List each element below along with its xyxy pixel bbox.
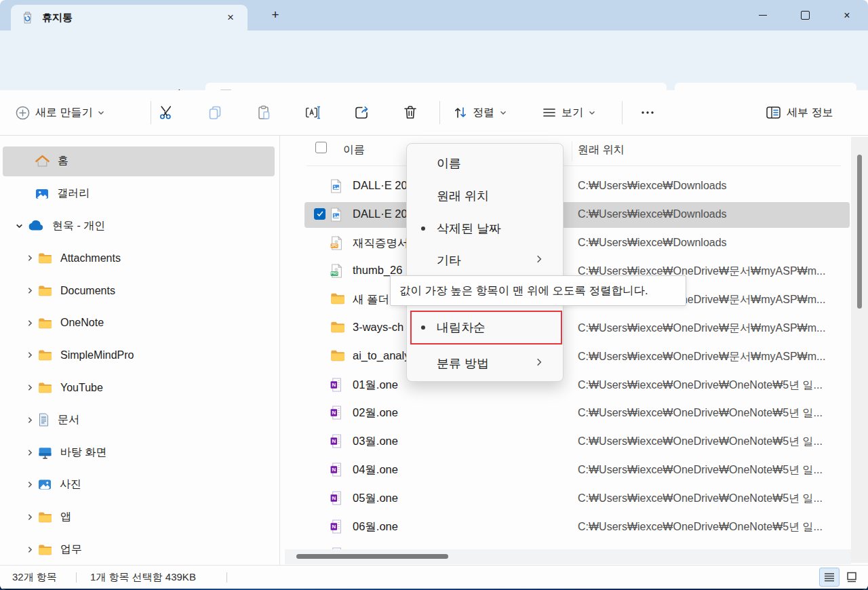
sidebar-item-apps[interactable]: 앱 bbox=[0, 501, 279, 534]
sidebar-item-onenote-folder[interactable]: OneNote bbox=[0, 307, 279, 339]
file-row[interactable]: JPG 재직증명서 C:₩Users₩iexce₩Downloads bbox=[281, 229, 868, 258]
menu-item-more[interactable]: 기타 bbox=[410, 245, 560, 275]
menu-item-name[interactable]: 이름 bbox=[410, 149, 560, 178]
sidebar-item-gallery[interactable]: 갤러리 bbox=[0, 178, 279, 210]
chevron-right-icon[interactable] bbox=[22, 545, 38, 554]
sidebar-item-documents[interactable]: Documents bbox=[0, 275, 279, 307]
icons-view-icon bbox=[846, 572, 857, 583]
select-all-checkbox[interactable] bbox=[315, 142, 327, 153]
onenote-file-icon: N bbox=[330, 463, 342, 477]
sidebar-item-label: 현욱 - 개인 bbox=[52, 219, 105, 233]
sort-icon bbox=[453, 105, 468, 120]
file-row[interactable]: ai_to_analy C:₩Users₩iexce₩OneDrive₩문서₩m… bbox=[281, 342, 868, 371]
new-button-label: 새로 만들기 bbox=[35, 106, 92, 120]
sidebar-item-pictures[interactable]: 사진 bbox=[0, 469, 279, 501]
delete-button[interactable] bbox=[397, 98, 424, 127]
file-path: C:₩Users₩iexce₩OneDrive₩OneNote₩5년 일... bbox=[578, 463, 823, 477]
folder-icon bbox=[38, 349, 52, 361]
share-button[interactable] bbox=[348, 98, 375, 127]
row-checkbox-checked[interactable] bbox=[314, 208, 326, 220]
maximize-icon bbox=[801, 11, 810, 20]
horizontal-scrollbar[interactable] bbox=[285, 549, 851, 564]
file-path: C:₩Users₩iexce₩OneDrive₩문서₩myASP₩m... bbox=[578, 321, 825, 336]
close-button[interactable]: × bbox=[826, 0, 868, 31]
column-separator[interactable] bbox=[572, 141, 572, 161]
chevron-down-icon bbox=[499, 109, 507, 117]
rename-button[interactable] bbox=[299, 98, 326, 127]
chevron-right-icon[interactable] bbox=[22, 416, 38, 425]
menu-item-date-deleted[interactable]: 삭제된 날짜 bbox=[410, 214, 560, 243]
details-pane-label: 세부 정보 bbox=[787, 106, 833, 120]
copy-button[interactable] bbox=[201, 98, 229, 127]
chevron-right-icon[interactable] bbox=[22, 351, 38, 359]
sidebar-item-youtube[interactable]: YouTube bbox=[0, 372, 279, 404]
chevron-right-icon[interactable] bbox=[22, 254, 38, 262]
more-options-button[interactable] bbox=[634, 98, 661, 127]
file-row[interactable]: N 01월.one C:₩Users₩iexce₩OneDrive₩OneNot… bbox=[281, 371, 868, 399]
file-row[interactable]: DALL·E 20 C:₩Users₩iexce₩Downloads bbox=[281, 172, 868, 201]
file-row[interactable]: N 03월.one C:₩Users₩iexce₩OneDrive₩OneNot… bbox=[281, 427, 868, 456]
file-row[interactable]: N 04월.one C:₩Users₩iexce₩OneDrive₩OneNot… bbox=[281, 456, 868, 484]
file-name: 3-ways-ch bbox=[353, 321, 403, 334]
chevron-right-icon[interactable] bbox=[22, 286, 38, 295]
status-bar: 32개 항목 1개 항목 선택함 439KB bbox=[0, 565, 868, 589]
svg-text:JPG: JPG bbox=[331, 244, 338, 248]
folder-icon bbox=[38, 511, 52, 523]
menu-item-label: 원래 위치 bbox=[437, 188, 489, 204]
chevron-right-icon[interactable] bbox=[22, 319, 38, 328]
details-view-toggle[interactable] bbox=[819, 568, 840, 587]
folder-icon bbox=[38, 252, 52, 264]
sidebar-item-documents-kr[interactable]: 문서 bbox=[0, 404, 279, 437]
sidebar-item-label: OneNote bbox=[60, 317, 104, 329]
sidebar-item-work[interactable]: 업무 bbox=[0, 533, 279, 565]
sidebar-item-label: 사진 bbox=[60, 477, 81, 492]
file-name: DALL·E 20 bbox=[353, 179, 408, 192]
chevron-right-icon[interactable] bbox=[22, 480, 38, 489]
view-button-label: 보기 bbox=[561, 106, 583, 120]
cut-button[interactable] bbox=[153, 98, 180, 127]
column-header-location[interactable]: 원래 위치 bbox=[578, 143, 624, 157]
sidebar-item-home[interactable]: 홈 bbox=[0, 145, 279, 178]
horizontal-scrollbar-thumb[interactable] bbox=[296, 554, 448, 559]
sidebar-item-onedrive[interactable]: 현욱 - 개인 bbox=[0, 210, 279, 242]
new-tab-button[interactable]: + bbox=[266, 7, 285, 24]
sort-button[interactable]: 정렬 bbox=[449, 98, 511, 127]
tab-recycle-bin[interactable]: 휴지통 × bbox=[11, 5, 248, 31]
file-name: 02월.one bbox=[353, 406, 398, 420]
pictures-icon bbox=[38, 479, 52, 490]
file-row-partial[interactable]: 07월.one C:₩Users₩iexce₩OneDrive₩OneNote₩… bbox=[281, 540, 868, 549]
file-row[interactable]: N 06월.one C:₩Users₩iexce₩OneDrive₩OneNot… bbox=[281, 513, 868, 541]
menu-item-group-by[interactable]: 분류 방법 bbox=[410, 349, 560, 378]
file-row[interactable]: N 05월.one C:₩Users₩iexce₩OneDrive₩OneNot… bbox=[281, 484, 868, 513]
selection-info: 1개 항목 선택함 439KB bbox=[90, 571, 196, 584]
chevron-right-icon[interactable] bbox=[22, 513, 38, 522]
vertical-scrollbar[interactable] bbox=[851, 137, 868, 563]
chevron-right-icon[interactable] bbox=[22, 383, 38, 392]
tab-close-icon[interactable]: × bbox=[222, 9, 239, 26]
folder-icon bbox=[38, 382, 52, 393]
sidebar-item-simplemindpro[interactable]: SimpleMindPro bbox=[0, 339, 279, 372]
sidebar-item-desktop[interactable]: 바탕 화면 bbox=[0, 436, 279, 469]
chevron-right-icon[interactable] bbox=[22, 448, 38, 457]
file-row[interactable]: 3-ways-ch C:₩Users₩iexce₩OneDrive₩문서₩myA… bbox=[281, 314, 868, 342]
file-row-selected[interactable]: DALL·E 20 C:₩Users₩iexce₩Downloads bbox=[281, 201, 868, 229]
paste-button[interactable] bbox=[250, 98, 277, 127]
details-view-icon bbox=[824, 572, 835, 582]
view-list-icon bbox=[542, 105, 557, 120]
onenote-file-icon: N bbox=[330, 491, 342, 505]
file-name: 재직증명서 bbox=[353, 236, 409, 251]
file-row[interactable]: N 02월.one C:₩Users₩iexce₩OneDrive₩OneNot… bbox=[281, 399, 868, 427]
chevron-down-icon[interactable] bbox=[11, 222, 27, 231]
menu-item-original-location[interactable]: 원래 위치 bbox=[410, 181, 560, 211]
maximize-button[interactable] bbox=[784, 0, 826, 31]
vertical-scrollbar-thumb[interactable] bbox=[857, 155, 862, 309]
view-button[interactable]: 보기 bbox=[538, 98, 600, 127]
submenu-arrow-icon bbox=[534, 254, 544, 264]
details-pane-button[interactable]: 세부 정보 bbox=[761, 98, 837, 127]
file-name: 새 폴더 bbox=[353, 292, 389, 307]
sidebar-item-attachments[interactable]: Attachments bbox=[0, 242, 279, 275]
icons-view-toggle[interactable] bbox=[842, 568, 862, 587]
minimize-button[interactable] bbox=[742, 0, 784, 31]
column-header-name[interactable]: 이름 bbox=[343, 143, 365, 157]
new-button[interactable]: 새로 만들기 bbox=[9, 98, 105, 127]
